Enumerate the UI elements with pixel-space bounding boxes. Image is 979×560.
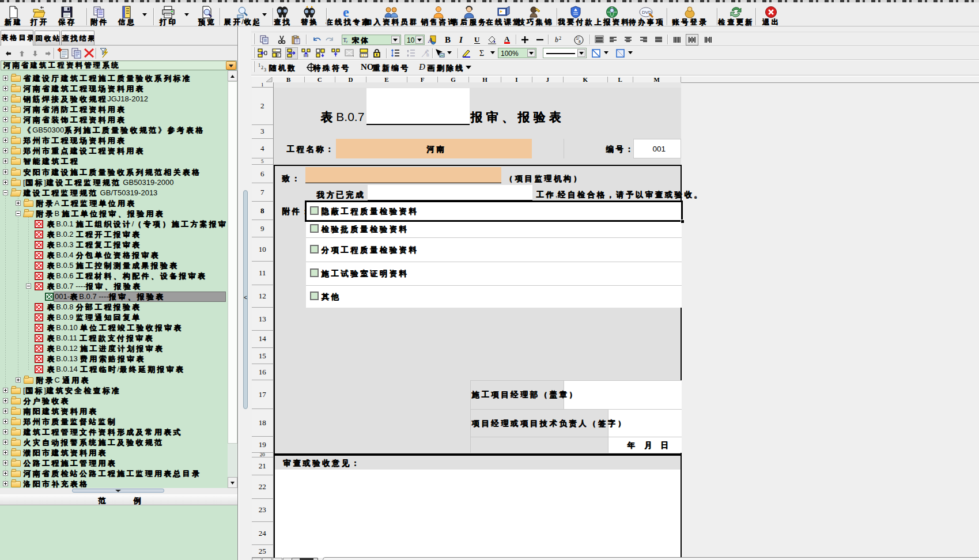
svg-text:U: U (474, 35, 480, 44)
svg-text:2: 2 (261, 65, 263, 70)
svg-text:A: A (504, 35, 510, 43)
svg-text:3: 3 (264, 67, 266, 72)
svg-text:Σ: Σ (479, 49, 484, 58)
svg-text:r: r (346, 40, 348, 44)
svg-text:e: e (343, 6, 349, 18)
svg-text:2: 2 (559, 36, 561, 41)
svg-text:1: 1 (258, 63, 260, 68)
svg-text:B: B (426, 53, 429, 57)
svg-text:a: a (579, 39, 581, 43)
svg-text:I: I (459, 35, 463, 44)
svg-text:B: B (445, 35, 451, 44)
svg-text:b: b (555, 36, 558, 44)
